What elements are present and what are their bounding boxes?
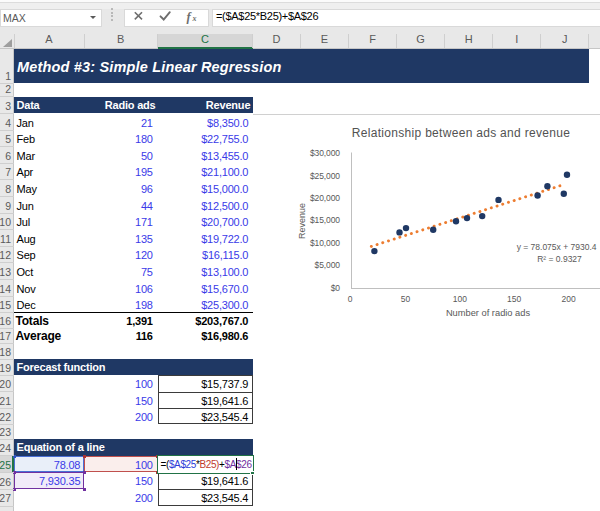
svg-text:Number of radio ads: Number of radio ads xyxy=(446,308,531,318)
svg-text:$0: $0 xyxy=(331,283,341,293)
svg-text:$5,000: $5,000 xyxy=(315,260,341,270)
svg-text:0: 0 xyxy=(348,294,353,304)
svg-text:Revenue: Revenue xyxy=(297,203,307,239)
svg-text:$30,000: $30,000 xyxy=(310,148,340,158)
svg-text:Relationship between ads and r: Relationship between ads and revenue xyxy=(352,126,570,140)
svg-text:100: 100 xyxy=(453,294,467,304)
svg-text:$15,000: $15,000 xyxy=(310,215,340,225)
svg-text:R² = 0.9327: R² = 0.9327 xyxy=(537,254,582,264)
svg-text:$20,000: $20,000 xyxy=(310,193,340,203)
svg-text:$10,000: $10,000 xyxy=(310,238,340,248)
svg-text:x: x xyxy=(191,14,196,23)
svg-text:y = 78.075x + 7930.4: y = 78.075x + 7930.4 xyxy=(517,242,597,252)
svg-text:200: 200 xyxy=(562,294,576,304)
svg-text:$25,000: $25,000 xyxy=(310,171,340,181)
svg-text:50: 50 xyxy=(401,294,411,304)
svg-text:150: 150 xyxy=(507,294,521,304)
